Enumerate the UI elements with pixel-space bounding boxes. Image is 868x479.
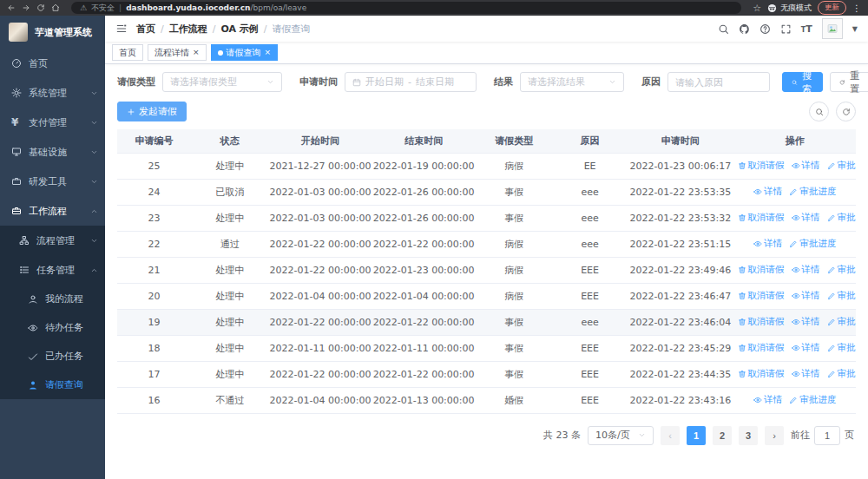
approval-progress-link[interactable]: 审批进度 [827,290,856,302]
detail-link[interactable]: 详情 [792,316,820,328]
approval-progress-link[interactable]: 审批进度 [827,342,856,354]
apply-time-range-picker[interactable]: 开始日期 - 结束日期 [345,72,477,92]
cell-start: 2022-01-03 00:00:00 [268,205,372,231]
help-icon[interactable] [760,23,771,35]
detail-link[interactable]: 详情 [753,394,782,406]
caret-down-icon[interactable]: ▼ [852,25,858,33]
github-icon[interactable] [739,23,750,35]
breadcrumb-workflow[interactable]: 工作流程 [169,23,207,36]
reset-button[interactable]: 重置 [830,72,868,92]
approval-progress-link[interactable]: 审批进度 [789,394,836,406]
back-icon[interactable] [7,3,16,12]
sidebar-item-workflow[interactable]: 工作流程 [0,196,105,226]
sidebar-item-infrastructure[interactable]: 基础设施 [0,137,105,167]
table-row: 16不通过2022-01-04 00:00:002022-01-13 00:00… [117,387,856,413]
detail-link[interactable]: 详情 [792,368,820,380]
browser-menu-icon[interactable]: ⋮ [852,3,861,13]
detail-link[interactable]: 详情 [792,342,820,354]
cell-apply: 2022-01-22 23:53:35 [627,179,733,205]
refresh-table-button[interactable] [836,102,856,121]
detail-link[interactable]: 详情 [792,212,820,224]
page-button-3[interactable]: 3 [739,426,758,445]
sidebar-item-process-mgmt[interactable]: 流程管理 [0,226,105,255]
tab-home[interactable]: 首页 [112,44,143,61]
sidebar-item-done-tasks[interactable]: 已办任务 [0,342,105,371]
detail-link[interactable]: 详情 [753,186,782,198]
next-page-button[interactable]: › [765,426,784,445]
approval-progress-link[interactable]: 审批进度 [827,160,856,172]
forward-icon[interactable] [22,3,30,12]
breadcrumb-oa[interactable]: OA 示例 [220,23,258,36]
show-search-button[interactable] [809,102,829,121]
avatar[interactable] [822,18,843,39]
cell-start: 2022-01-22 00:00:00 [268,231,372,257]
cancel-leave-link[interactable]: 取消请假 [738,264,785,276]
sidebar-item-system[interactable]: 系统管理 [0,78,105,108]
col-apply: 申请时间 [627,129,733,153]
close-icon[interactable]: × [193,49,200,56]
breadcrumb-home[interactable]: 首页 [136,23,155,36]
trash-icon [738,370,746,378]
search-button[interactable]: 搜索 [782,72,823,92]
hamburger-icon[interactable] [115,23,128,35]
cell-id: 18 [117,335,191,361]
cell-end: 2022-01-19 00:00:00 [372,153,476,179]
edit-icon [827,161,836,170]
font-size-icon[interactable]: TT [801,24,812,34]
create-leave-button[interactable]: 发起请假 [117,102,187,121]
page-content: 请假类型 请选择请假类型 申请时间 开始日期 - 结束日期 [105,64,868,479]
sidebar-item-home[interactable]: 首页 [0,49,105,78]
fullscreen-icon[interactable] [780,23,792,35]
sidebar-item-my-process[interactable]: 我的流程 [0,285,105,313]
cancel-leave-link[interactable]: 取消请假 [738,160,785,172]
edit-icon [789,187,798,196]
tab-process-detail[interactable]: 流程详情× [148,44,207,61]
page-button-2[interactable]: 2 [713,426,732,445]
goto-page-input[interactable] [814,426,840,445]
cancel-leave-link[interactable]: 取消请假 [738,290,785,302]
cancel-leave-link[interactable]: 取消请假 [738,212,785,224]
page-button-1[interactable]: 1 [687,426,706,445]
approval-progress-link[interactable]: 审批进度 [789,238,836,250]
detail-link[interactable]: 详情 [792,264,820,276]
cancel-leave-link[interactable]: 取消请假 [738,368,785,380]
update-button[interactable]: 更新 [818,1,846,15]
approval-progress-link[interactable]: 审批进度 [827,368,856,380]
sidebar-item-task-mgmt[interactable]: 任务管理 [0,255,105,285]
sidebar: 芋道管理系统 首页 系统管理 ¥ 支付管理 基础设施 研发工具 工作流 [0,16,105,479]
cell-id: 25 [117,153,191,179]
cell-apply: 2022-01-23 00:06:17 [627,153,733,179]
cell-status: 处理中 [191,283,268,309]
approval-progress-link[interactable]: 审批进度 [827,264,856,276]
detail-link[interactable]: 详情 [792,290,820,302]
reload-icon[interactable] [36,3,45,12]
home-icon[interactable] [51,3,60,12]
sidebar-item-devtools[interactable]: 研发工具 [0,167,105,196]
address-bar[interactable]: ⚠ 不安全 | dashboard.yudao.iocoder.cn/bpm/o… [71,2,741,14]
sidebar-item-todo-tasks[interactable]: 待办任务 [0,313,105,342]
close-icon[interactable]: × [265,49,272,56]
search-icon[interactable] [718,23,729,35]
detail-link[interactable]: 详情 [792,160,820,172]
approval-progress-link[interactable]: 审批进度 [789,186,836,198]
cell-start: 2022-01-11 00:00:00 [268,335,372,361]
approval-progress-link[interactable]: 审批进度 [827,212,856,224]
range-separator: - [408,76,411,88]
sidebar-item-leave-query[interactable]: 请假查询 [0,371,105,399]
cancel-leave-link[interactable]: 取消请假 [738,342,785,354]
reason-input[interactable] [675,77,762,88]
result-select[interactable]: 请选择流结果 [520,72,624,92]
cell-apply: 2022-01-22 23:43:16 [627,387,733,413]
col-type: 请假类型 [476,129,553,153]
detail-link[interactable]: 详情 [753,238,782,250]
approval-progress-link[interactable]: 审批进度 [827,316,856,328]
bookmark-star-icon[interactable]: ☆ [753,3,761,14]
sidebar-item-payment[interactable]: ¥ 支付管理 [0,108,105,137]
cancel-leave-link[interactable]: 取消请假 [738,316,785,328]
chevron-down-icon [608,78,616,86]
prev-page-button[interactable]: ‹ [661,426,680,445]
leave-type-select[interactable]: 请选择请假类型 [162,72,282,92]
tab-leave-query[interactable]: 请假查询× [211,44,279,61]
page-size-select[interactable]: 10条/页 [588,426,654,445]
cell-apply: 2022-01-22 23:49:46 [627,257,733,283]
